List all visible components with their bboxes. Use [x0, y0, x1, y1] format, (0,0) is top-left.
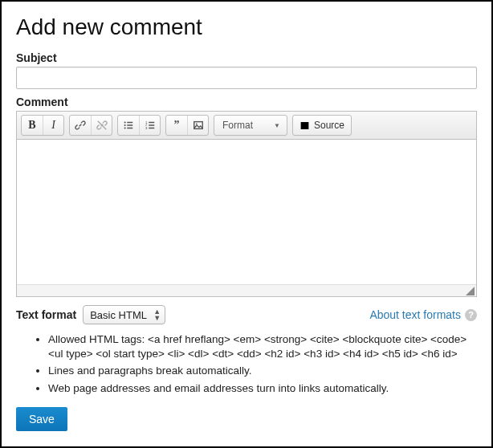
comment-editor: B I: [16, 111, 477, 297]
svg-point-0: [124, 121, 126, 123]
bulleted-list-button[interactable]: [118, 116, 139, 135]
link-icon: [75, 120, 86, 131]
source-button-label: Source: [314, 120, 344, 131]
blockquote-button[interactable]: ”: [166, 116, 187, 135]
list-item: Lines and paragraphs break automatically…: [48, 364, 477, 378]
text-format-label: Text format: [16, 308, 76, 321]
bulleted-list-icon: [123, 120, 134, 131]
list-item: Web page addresses and email addresses t…: [48, 381, 477, 396]
help-icon: ?: [465, 309, 477, 321]
svg-rect-12: [194, 122, 202, 129]
list-item: Allowed HTML tags: <a href hreflang> <em…: [48, 332, 477, 361]
image-icon: [193, 120, 204, 131]
svg-text:3: 3: [145, 126, 147, 130]
source-icon: [299, 120, 310, 131]
link-button[interactable]: [70, 116, 91, 135]
numbered-list-button[interactable]: 1 2 3: [139, 116, 160, 135]
unlink-button[interactable]: [91, 116, 112, 135]
subject-input[interactable]: [16, 67, 477, 89]
chevron-down-icon: ▼: [274, 122, 280, 129]
format-dropdown[interactable]: Format ▼: [214, 116, 287, 135]
svg-point-4: [124, 127, 126, 128]
editor-toolbar: B I: [17, 112, 476, 140]
subject-label: Subject: [16, 51, 477, 64]
numbered-list-icon: 1 2 3: [145, 120, 156, 131]
svg-point-13: [195, 123, 197, 124]
svg-rect-14: [301, 122, 309, 129]
about-text-formats-label: About text formats: [369, 308, 461, 321]
editor-resize-handle[interactable]: [17, 284, 476, 296]
italic-button[interactable]: I: [43, 116, 63, 135]
unlink-icon: [96, 120, 108, 131]
source-button[interactable]: Source: [293, 116, 351, 135]
comment-label: Comment: [16, 96, 477, 108]
svg-point-2: [124, 124, 126, 126]
about-text-formats-link[interactable]: About text formats ?: [369, 308, 477, 321]
comment-form-frame: Add new comment Subject Comment B I: [0, 0, 493, 448]
text-format-tips: Allowed HTML tags: <a href hreflang> <em…: [16, 332, 477, 396]
format-dropdown-label: Format: [222, 120, 253, 131]
blockquote-icon: ”: [174, 122, 180, 128]
image-button[interactable]: [187, 116, 208, 135]
comment-body-input[interactable]: [17, 140, 476, 284]
page-title: Add new comment: [16, 14, 477, 40]
bold-button[interactable]: B: [22, 116, 43, 135]
save-button[interactable]: Save: [16, 407, 67, 431]
text-format-select[interactable]: Basic HTML: [83, 305, 165, 324]
